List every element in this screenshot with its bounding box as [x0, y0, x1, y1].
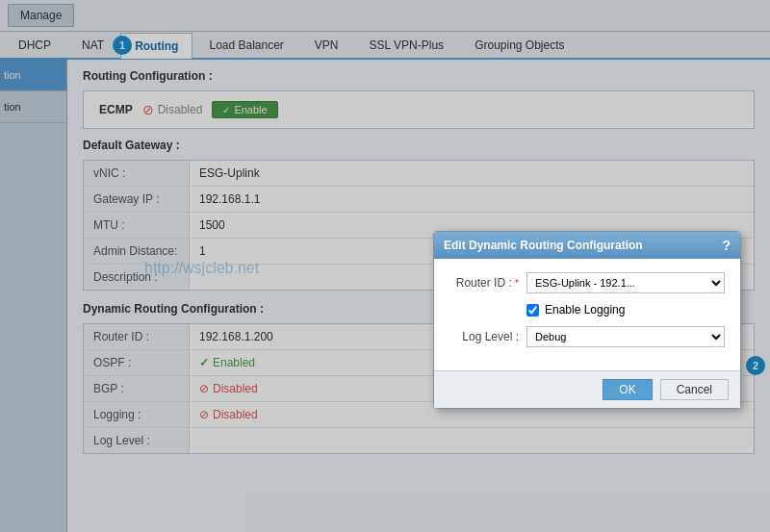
- router-id-select[interactable]: ESG-Uplink - 192.1...: [526, 272, 725, 293]
- ok-button[interactable]: OK: [603, 379, 652, 400]
- log-level-select-container: Debug Info Warning Error: [526, 326, 725, 347]
- enable-logging-checkbox[interactable]: [526, 304, 539, 317]
- modal-log-level-label: Log Level :: [449, 330, 526, 343]
- modal-header: Edit Dynamic Routing Configuration ?: [434, 232, 740, 259]
- modal-footer: OK Cancel: [434, 370, 740, 408]
- enable-logging-row: Enable Logging: [526, 303, 725, 317]
- modal-router-id-label: Router ID : *: [449, 276, 526, 290]
- modal-body: Router ID : * ESG-Uplink - 192.1... Enab…: [434, 259, 740, 370]
- modal-title: Edit Dynamic Routing Configuration: [444, 239, 643, 252]
- required-indicator: *: [515, 278, 519, 289]
- edit-dynamic-routing-modal: Edit Dynamic Routing Configuration ? Rou…: [433, 231, 741, 409]
- router-id-row: Router ID : * ESG-Uplink - 192.1...: [449, 272, 725, 293]
- modal-close-button[interactable]: ?: [722, 238, 731, 253]
- log-level-select[interactable]: Debug Info Warning Error: [526, 326, 725, 347]
- enable-logging-label: Enable Logging: [545, 303, 625, 317]
- log-level-row: Log Level : Debug Info Warning Error: [449, 326, 725, 347]
- cancel-button[interactable]: Cancel: [660, 379, 729, 400]
- router-id-label-text: Router ID :: [456, 276, 512, 290]
- router-id-select-container: ESG-Uplink - 192.1...: [526, 272, 725, 293]
- modal-overlay: Edit Dynamic Routing Configuration ? Rou…: [0, 0, 770, 532]
